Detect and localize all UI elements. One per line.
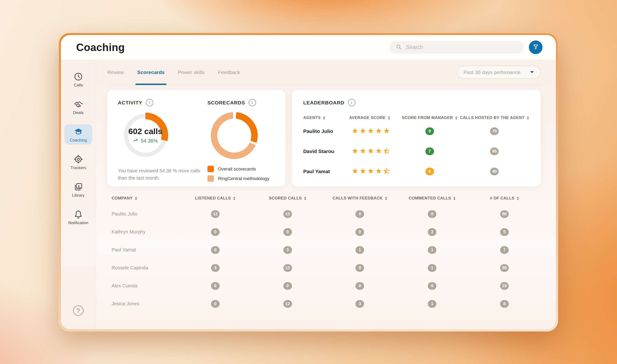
window-body: Calls Deals Coaching — [61, 60, 556, 329]
filter-button[interactable] — [529, 40, 542, 54]
star-icon — [383, 147, 390, 155]
star-icon — [359, 147, 366, 155]
table-row[interactable]: Alex Cuesta 6 0 0 0 19 — [107, 277, 541, 295]
table-row[interactable]: Kathryn Murphy 0 0 0 3 5 — [107, 223, 541, 241]
column-header-commented-calls: COMMENTED CALLS — [409, 196, 456, 201]
filter-icon — [532, 43, 539, 51]
scorecards-legend: Overall scorecards RingCentral methodolo… — [207, 166, 276, 182]
column-header-calls-hosted: CALLS HOSTED BY THE AGENT — [460, 116, 529, 120]
scorecards-section: SCORECARDS Overall scorecards — [207, 99, 276, 186]
search-input[interactable]: Search — [389, 41, 524, 54]
handshake-icon — [73, 99, 83, 109]
column-header-agents: AGENTS — [303, 116, 349, 120]
listened-calls-badge: 12 — [211, 210, 220, 218]
num-calls-badge: 90 — [500, 210, 509, 218]
sidebar-item-calls[interactable]: Calls — [65, 69, 92, 90]
sort-icon[interactable] — [453, 197, 456, 200]
sort-icon[interactable] — [388, 116, 390, 120]
help-button[interactable]: ? — [73, 305, 84, 316]
calls-with-feedback-badge: 0 — [355, 228, 364, 236]
sort-icon[interactable] — [527, 116, 529, 120]
sidebar-item-label: Deals — [73, 110, 83, 115]
activity-description: You have reviewed 54.36 % more calls tha… — [118, 167, 207, 182]
table-row[interactable]: Paulito Julio 12 12 0 0 90 — [107, 205, 541, 223]
main-content: Review Scorecards Power skills Feedback … — [96, 60, 556, 329]
sidebar-item-notification[interactable]: Notification — [65, 207, 92, 227]
table-row[interactable]: Rossele Capinda 3 12 0 1 30 — [107, 259, 541, 277]
star-icon — [375, 147, 382, 155]
tab-power-skills[interactable]: Power skills — [178, 60, 205, 85]
star-icon — [352, 168, 358, 175]
num-calls-badge: 30 — [500, 264, 509, 272]
leaderboard-row[interactable]: Paulito Julio 9 79 — [303, 122, 529, 140]
scored-calls-badge: 0 — [283, 282, 292, 290]
trend-indicator: 54.36% — [133, 138, 158, 144]
legend-swatch — [207, 166, 214, 172]
calls-with-feedback-badge: 1 — [355, 246, 364, 254]
leaderboard-title: LEADERBOARD — [303, 100, 344, 106]
info-icon[interactable] — [249, 99, 256, 106]
leaderboard-row[interactable]: Paul Yamat 6 40 — [303, 162, 529, 181]
tab-feedback[interactable]: Feedback — [218, 60, 240, 85]
tab-scorecards[interactable]: Scorecards — [137, 60, 165, 85]
info-icon[interactable] — [146, 99, 153, 106]
calls-hosted-badge: 79 — [490, 127, 499, 135]
star-icon — [352, 127, 358, 135]
num-calls-badge: 19 — [500, 282, 509, 290]
leaderboard-header: AGENTS AVERAGE SCORE SCORE FROM MANAGER … — [303, 116, 529, 120]
app-header: Coaching Search — [61, 35, 556, 60]
target-icon — [73, 154, 83, 164]
sort-icon[interactable] — [135, 197, 137, 200]
sort-icon[interactable] — [304, 197, 306, 200]
leaderboard-row[interactable]: David Starou 7 65 — [303, 142, 529, 160]
table-row[interactable]: Paul Yamat 0 3 1 1 7 — [107, 241, 541, 259]
sort-icon[interactable] — [385, 197, 387, 200]
sort-icon[interactable] — [517, 197, 519, 200]
table-row[interactable]: Jesica Jones 0 12 3 1 8 — [107, 295, 541, 313]
calls-hosted-badge: 40 — [490, 168, 499, 175]
num-calls-badge: 7 — [500, 246, 509, 254]
scored-calls-badge: 3 — [283, 246, 292, 254]
star-icon — [375, 127, 382, 135]
sort-icon[interactable] — [233, 197, 236, 200]
info-icon[interactable] — [348, 99, 355, 106]
calls-count: 602 calls — [128, 127, 162, 136]
sidebar-item-deals[interactable]: Deals — [65, 97, 92, 117]
sort-icon[interactable] — [455, 116, 458, 120]
scored-calls-badge: 0 — [283, 228, 292, 236]
num-calls-badge: 8 — [500, 300, 509, 308]
period-dropdown[interactable]: Past 30 days perfomance — [457, 66, 541, 79]
scored-calls-badge: 12 — [283, 264, 292, 272]
manager-score-badge: 9 — [425, 127, 434, 135]
sidebar-item-trackers[interactable]: Trackers — [65, 152, 92, 172]
listened-calls-badge: 6 — [211, 282, 220, 290]
legend-item: Overall scorecards — [207, 166, 276, 172]
star-icon — [375, 168, 382, 175]
sidebar-item-coaching[interactable]: Coaching — [65, 124, 92, 145]
sidebar-item-library[interactable]: Library — [65, 179, 92, 200]
search-placeholder: Search — [406, 44, 423, 51]
period-dropdown-value: Past 30 days perfomance — [463, 69, 521, 75]
column-header-average-score: AVERAGE SCORE — [349, 116, 400, 120]
commented-calls-badge: 3 — [428, 228, 436, 236]
trend-up-icon — [133, 138, 139, 144]
column-header-scored-calls: SCORED CALLS — [269, 196, 306, 201]
sort-icon[interactable] — [323, 116, 325, 120]
sidebar-item-label: Notification — [68, 221, 88, 225]
activity-title: ACTIVITY — [118, 100, 142, 106]
activity-donut-wrap: 602 calls 54.36% — [123, 113, 168, 158]
column-header-num-calls: # OF CALLS — [490, 196, 519, 201]
company-name: Kathryn Murphy — [107, 229, 145, 235]
commented-calls-badge: 1 — [428, 300, 436, 308]
app-window: Coaching Search — [61, 35, 556, 329]
agent-name: Paul Yamat — [303, 169, 349, 174]
commented-calls-badge: 0 — [428, 210, 436, 218]
star-rating — [349, 147, 400, 155]
sidebar-item-label: Coaching — [70, 138, 87, 143]
company-table: COMPANY LISTENED CALLS SCORED CALLS CALL… — [107, 196, 541, 313]
app-window-frame: Coaching Search — [59, 33, 558, 331]
company-name: Paulito Julio — [107, 211, 137, 217]
tab-review[interactable]: Review — [107, 60, 124, 85]
num-calls-badge: 5 — [500, 228, 509, 236]
page-title: Coaching — [76, 41, 125, 53]
